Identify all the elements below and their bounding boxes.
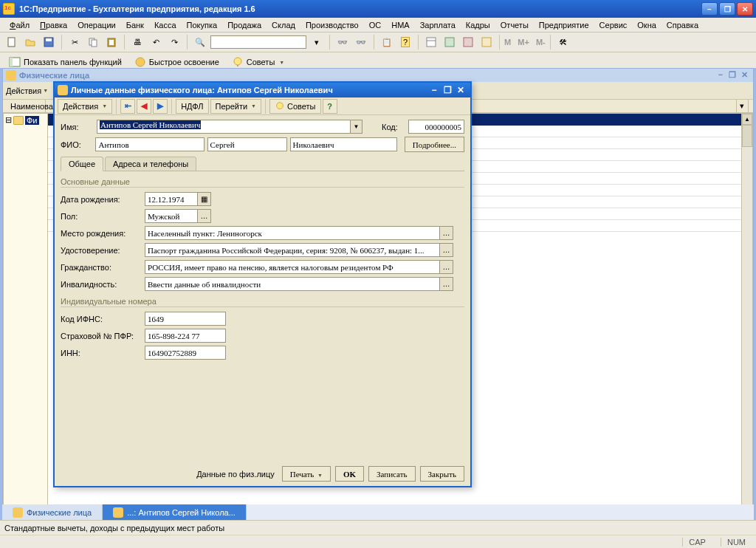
find-icon[interactable]: 🔍 bbox=[192, 34, 208, 50]
bg-max-button[interactable]: ❐ bbox=[726, 70, 738, 81]
fio-first-input[interactable] bbox=[207, 137, 287, 151]
report2-icon[interactable] bbox=[441, 34, 458, 50]
dob-input[interactable] bbox=[145, 192, 198, 206]
menu-company[interactable]: Предприятие bbox=[534, 19, 594, 31]
report3-icon[interactable] bbox=[460, 34, 476, 50]
scroll-thumb[interactable] bbox=[742, 125, 752, 147]
tab-general[interactable]: Общее bbox=[61, 157, 103, 171]
dialog-minimize-button[interactable]: − bbox=[427, 85, 441, 95]
print-button[interactable]: Печать ▼ bbox=[282, 466, 331, 482]
task-tab-person-edit[interactable]: ...: Антипов Сергей Никола... bbox=[103, 504, 247, 520]
report1-icon[interactable] bbox=[423, 34, 439, 50]
bg-min-button[interactable]: − bbox=[715, 70, 726, 81]
sex-select-button[interactable]: … bbox=[197, 209, 211, 223]
menu-warehouse[interactable]: Склад bbox=[267, 19, 300, 31]
search-input[interactable] bbox=[210, 35, 306, 49]
goto-button[interactable]: Перейти▼ bbox=[210, 99, 262, 114]
menu-service[interactable]: Сервис bbox=[594, 19, 633, 31]
menu-nma[interactable]: НМА bbox=[386, 19, 414, 31]
doc-input[interactable] bbox=[145, 243, 440, 257]
menu-production[interactable]: Производство bbox=[300, 19, 364, 31]
fio-middle-input[interactable] bbox=[290, 137, 397, 151]
nav-first-button[interactable]: ⇤ bbox=[120, 99, 135, 114]
copy-icon[interactable] bbox=[85, 34, 101, 50]
name-input[interactable]: Антипов Сергей Николаевич bbox=[97, 120, 350, 134]
tab-addresses[interactable]: Адреса и телефоны bbox=[105, 157, 196, 171]
dialog-actions-button[interactable]: Действия▼ bbox=[58, 99, 112, 114]
close-dialog-button[interactable]: Закрыть bbox=[420, 466, 464, 482]
open-icon[interactable] bbox=[22, 34, 38, 50]
fio-last-input[interactable] bbox=[95, 137, 204, 151]
menu-help[interactable]: Справка bbox=[662, 19, 704, 31]
new-doc-icon[interactable] bbox=[4, 34, 20, 50]
cut-icon[interactable]: ✂ bbox=[66, 34, 83, 50]
search-go-icon[interactable]: ▾ bbox=[309, 34, 325, 50]
grid-header-name[interactable]: Наименова bbox=[7, 100, 46, 112]
binoculars-next-icon[interactable]: 👓 bbox=[353, 34, 369, 50]
report4-icon[interactable] bbox=[478, 34, 495, 50]
menu-os[interactable]: ОС bbox=[364, 19, 387, 31]
dialog-close-button[interactable]: ✕ bbox=[454, 85, 467, 95]
grid-header-end[interactable]: ▾ bbox=[737, 100, 749, 112]
menu-cash[interactable]: Касса bbox=[149, 19, 182, 31]
undo-icon[interactable]: ↶ bbox=[148, 34, 164, 50]
close-button[interactable]: ✕ bbox=[737, 2, 753, 16]
menu-edit[interactable]: Правка bbox=[35, 19, 72, 31]
scroll-up-button[interactable]: ▲ bbox=[742, 114, 752, 125]
paste-icon[interactable] bbox=[103, 34, 120, 50]
dialog-titlebar: Личные данные физического лица: Антипов … bbox=[55, 83, 470, 97]
pfr-input[interactable] bbox=[145, 329, 226, 343]
menu-file[interactable]: Файл bbox=[4, 19, 35, 31]
save-button[interactable]: Записать bbox=[368, 466, 415, 482]
maximize-button[interactable]: ❐ bbox=[719, 2, 735, 16]
tree-root-item[interactable]: ⊟Фи bbox=[5, 115, 46, 125]
svg-rect-2 bbox=[46, 38, 52, 41]
menu-windows[interactable]: Окна bbox=[632, 19, 662, 31]
nav-next-button[interactable]: ▶ bbox=[153, 99, 168, 114]
mem-mminus-button[interactable]: M- bbox=[536, 38, 546, 47]
calendar-icon[interactable]: 📋 bbox=[379, 34, 395, 50]
name-dropdown-button[interactable]: ▼ bbox=[350, 120, 362, 134]
more-button[interactable]: Подробнее... bbox=[405, 137, 464, 152]
save-icon[interactable] bbox=[41, 34, 57, 50]
dialog-tips-button[interactable]: Советы bbox=[269, 99, 320, 114]
grid-scrollbar[interactable]: ▲ ▼ bbox=[741, 114, 752, 526]
dob-calendar-button[interactable]: ▦ bbox=[197, 192, 211, 206]
group-main-data: Основные данные bbox=[61, 177, 464, 188]
bg-close-button[interactable]: ✕ bbox=[738, 70, 750, 81]
menu-operations[interactable]: Операции bbox=[72, 19, 120, 31]
doc-select-button[interactable]: … bbox=[439, 243, 453, 257]
task-tab-persons[interactable]: Физические лица bbox=[2, 504, 103, 520]
footer-data-link[interactable]: Данные по физ.лицу bbox=[193, 470, 278, 479]
ndfl-button[interactable]: НДФЛ bbox=[176, 99, 208, 114]
disability-select-button[interactable]: … bbox=[439, 277, 453, 291]
inn-input[interactable] bbox=[145, 346, 226, 360]
sex-input[interactable] bbox=[145, 209, 198, 223]
print-icon[interactable]: 🖶 bbox=[129, 34, 145, 50]
menu-sale[interactable]: Продажа bbox=[222, 19, 267, 31]
birthplace-input[interactable] bbox=[145, 226, 440, 240]
bg-actions-button[interactable]: Действия bbox=[6, 86, 41, 95]
redo-icon[interactable]: ↷ bbox=[166, 34, 182, 50]
help-context-icon[interactable]: ? bbox=[397, 34, 413, 50]
menu-purchase[interactable]: Покупка bbox=[182, 19, 223, 31]
birthplace-select-button[interactable]: … bbox=[439, 226, 453, 240]
citizen-input[interactable] bbox=[145, 260, 440, 274]
menu-salary[interactable]: Зарплата bbox=[415, 19, 461, 31]
settings-icon[interactable]: 🛠 bbox=[555, 34, 571, 50]
minimize-button[interactable]: − bbox=[701, 2, 718, 16]
ok-button[interactable]: OK bbox=[335, 466, 364, 482]
dialog-maximize-button[interactable]: ❐ bbox=[441, 85, 454, 95]
citizen-select-button[interactable]: … bbox=[439, 260, 453, 274]
code-input[interactable] bbox=[408, 120, 464, 134]
menu-reports[interactable]: Отчеты bbox=[495, 19, 534, 31]
nav-prev-button[interactable]: ◀ bbox=[137, 99, 151, 114]
disability-input[interactable] bbox=[145, 277, 440, 291]
mem-mplus-button[interactable]: M+ bbox=[518, 38, 529, 47]
menu-bank[interactable]: Банк bbox=[121, 19, 149, 31]
binoculars-icon[interactable]: 👓 bbox=[334, 34, 351, 50]
menu-hr[interactable]: Кадры bbox=[461, 19, 495, 31]
mem-m-button[interactable]: M bbox=[504, 38, 511, 47]
ifns-input[interactable] bbox=[145, 312, 226, 326]
dialog-help-button[interactable]: ? bbox=[323, 99, 337, 114]
